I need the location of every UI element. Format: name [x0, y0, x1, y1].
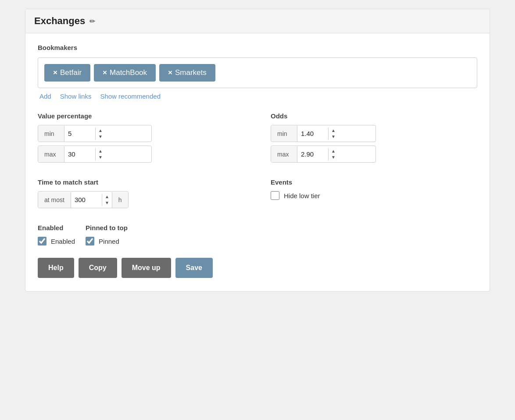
- odds-max-spinner: ▲ ▼: [328, 148, 338, 160]
- time-label: Time to match start: [38, 178, 244, 186]
- odds-min-input[interactable]: [297, 125, 328, 142]
- value-min-label: min: [38, 126, 64, 142]
- bookmakers-label: Bookmakers: [38, 44, 477, 51]
- enabled-section-label: Enabled: [38, 224, 75, 231]
- bookmaker-smarkets[interactable]: × Smarkets: [159, 64, 215, 82]
- time-value-input[interactable]: [71, 192, 102, 208]
- value-percentage-label: Value percentage: [38, 112, 244, 120]
- events-group: Events Hide low tier: [271, 178, 477, 212]
- time-events-row: Time to match start at most ▲ ▼ h Events: [38, 178, 477, 212]
- page-title: Exchanges: [34, 15, 85, 27]
- time-down[interactable]: ▼: [102, 200, 112, 206]
- odds-min-down[interactable]: ▼: [329, 134, 338, 140]
- edit-icon[interactable]: ✏: [89, 17, 95, 25]
- time-prefix-label: at most: [38, 192, 71, 208]
- odds-max-label: max: [271, 146, 297, 162]
- move-up-button[interactable]: Move up: [122, 258, 171, 278]
- main-card: Exchanges ✏ Bookmakers × Betfair × Match…: [25, 9, 490, 292]
- events-label: Events: [271, 178, 477, 186]
- help-button[interactable]: Help: [38, 258, 74, 278]
- betfair-label: Betfair: [60, 68, 82, 77]
- remove-matchbook-icon: ×: [103, 68, 107, 77]
- hide-low-tier-checkbox[interactable]: [271, 191, 279, 200]
- show-recommended-button[interactable]: Show recommended: [100, 93, 161, 100]
- pinned-checkbox[interactable]: [86, 237, 94, 246]
- card-header: Exchanges ✏: [25, 9, 490, 33]
- hide-low-tier-label: Hide low tier: [284, 192, 320, 199]
- matchbook-label: MatchBook: [110, 68, 147, 77]
- pinned-checkbox-label: Pinned: [99, 238, 119, 245]
- time-unit-label: h: [112, 192, 128, 208]
- value-max-input[interactable]: [64, 146, 95, 162]
- add-bookmaker-button[interactable]: Add: [39, 93, 51, 100]
- show-links-button[interactable]: Show links: [60, 93, 92, 100]
- value-percentage-group: Value percentage min ▲ ▼ max ▲ ▼: [38, 112, 244, 166]
- value-max-label: max: [38, 146, 64, 162]
- remove-betfair-icon: ×: [53, 68, 57, 77]
- pinned-checkbox-row: Pinned: [86, 237, 128, 246]
- value-max-row: max ▲ ▼: [38, 146, 152, 163]
- value-min-row: min ▲ ▼: [38, 125, 152, 142]
- bookmakers-box: × Betfair × MatchBook × Smarkets: [38, 57, 477, 88]
- value-min-spinner: ▲ ▼: [95, 128, 105, 140]
- bookmakers-actions: Add Show links Show recommended: [38, 93, 477, 100]
- time-input-group: at most ▲ ▼ h: [38, 191, 129, 208]
- bookmaker-matchbook[interactable]: × MatchBook: [94, 64, 156, 82]
- copy-button[interactable]: Copy: [79, 258, 117, 278]
- value-min-down[interactable]: ▼: [96, 134, 105, 140]
- time-input-row: at most ▲ ▼ h: [38, 191, 244, 208]
- odds-max-row: max ▲ ▼: [271, 146, 376, 163]
- value-min-up[interactable]: ▲: [96, 128, 105, 134]
- time-spinner: ▲ ▼: [102, 194, 112, 206]
- remove-smarkets-icon: ×: [168, 68, 172, 77]
- time-up[interactable]: ▲: [102, 194, 112, 200]
- odds-max-down[interactable]: ▼: [329, 154, 338, 160]
- enabled-checkbox-row: Enabled: [38, 237, 75, 246]
- odds-min-row: min ▲ ▼: [271, 125, 376, 142]
- value-odds-row: Value percentage min ▲ ▼ max ▲ ▼: [38, 112, 477, 166]
- odds-min-spinner: ▲ ▼: [328, 128, 338, 140]
- enabled-checkbox[interactable]: [38, 237, 46, 246]
- card-body: Bookmakers × Betfair × MatchBook × Smark…: [25, 33, 490, 291]
- value-min-input[interactable]: [64, 125, 95, 142]
- pinned-section-label: Pinned to top: [86, 224, 128, 231]
- save-button[interactable]: Save: [175, 258, 213, 278]
- bookmaker-betfair[interactable]: × Betfair: [44, 64, 90, 82]
- enabled-group: Enabled Enabled: [38, 224, 75, 246]
- action-buttons: Help Copy Move up Save: [38, 258, 477, 278]
- odds-min-up[interactable]: ▲: [329, 128, 338, 134]
- odds-label: Odds: [271, 112, 477, 120]
- enabled-checkbox-label: Enabled: [51, 238, 75, 245]
- time-group: Time to match start at most ▲ ▼ h: [38, 178, 244, 212]
- value-max-up[interactable]: ▲: [96, 148, 105, 154]
- odds-group: Odds min ▲ ▼ max ▲ ▼: [271, 112, 477, 166]
- odds-max-input[interactable]: [297, 146, 328, 162]
- pinned-group: Pinned to top Pinned: [86, 224, 128, 246]
- odds-max-up[interactable]: ▲: [329, 148, 338, 154]
- value-max-spinner: ▲ ▼: [95, 148, 105, 160]
- hide-low-tier-row: Hide low tier: [271, 191, 477, 200]
- enabled-pinned-row: Enabled Enabled Pinned to top Pinned: [38, 224, 477, 246]
- odds-min-label: min: [271, 126, 297, 142]
- smarkets-label: Smarkets: [175, 68, 207, 77]
- value-max-down[interactable]: ▼: [96, 154, 105, 160]
